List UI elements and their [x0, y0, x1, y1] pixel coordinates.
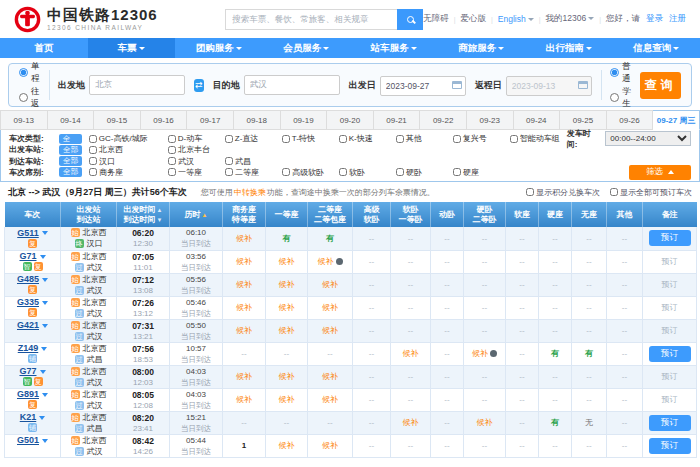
- col-header-15[interactable]: 其他: [607, 202, 643, 227]
- expand-train-icon[interactable]: [42, 324, 48, 328]
- student-passenger-radio[interactable]: [610, 93, 619, 102]
- date-tab-4[interactable]: 09-16: [141, 110, 188, 130]
- filter-option[interactable]: 北京丰台: [168, 144, 223, 155]
- nav-item-1[interactable]: 首页: [0, 38, 88, 58]
- filter-option[interactable]: 二等座: [225, 167, 280, 178]
- filter-option[interactable]: 智能动车组: [510, 133, 565, 144]
- col-header-4[interactable]: 历时▲: [170, 202, 223, 227]
- search-input[interactable]: [225, 9, 397, 30]
- filter-checkbox[interactable]: [225, 135, 233, 143]
- filter-option[interactable]: 高级软卧: [282, 167, 337, 178]
- filter-option[interactable]: K-快速: [339, 133, 394, 144]
- filter-checkbox[interactable]: [168, 135, 176, 143]
- train-number-link[interactable]: G511: [17, 228, 39, 239]
- date-tab-11[interactable]: 09-23: [467, 110, 514, 130]
- filter-option[interactable]: 其他: [396, 133, 451, 144]
- col-header-16[interactable]: 备注: [643, 202, 697, 227]
- col-header-3[interactable]: 出发时间▲到达时间▼: [117, 202, 170, 227]
- filter-checkbox[interactable]: [89, 157, 97, 165]
- expand-train-icon[interactable]: [42, 231, 48, 235]
- topbar-link-4[interactable]: 我的12306: [546, 13, 595, 25]
- filter-checkbox[interactable]: [89, 135, 97, 143]
- normal-passenger-radio[interactable]: [610, 68, 619, 77]
- register-link[interactable]: 注册: [669, 13, 686, 25]
- nav-item-4[interactable]: 会员服务: [263, 38, 351, 58]
- student-radio-option[interactable]: 学生: [610, 86, 631, 110]
- display-option-checkbox[interactable]: [526, 188, 534, 196]
- filter-option[interactable]: 武汉: [168, 156, 223, 167]
- filter-checkbox[interactable]: [396, 135, 404, 143]
- train-number-link[interactable]: G891: [17, 389, 39, 400]
- col-header-8[interactable]: 高级软卧: [353, 202, 391, 227]
- date-tab-3[interactable]: 09-15: [94, 110, 141, 130]
- book-button[interactable]: 预订: [649, 438, 691, 454]
- book-button[interactable]: 预订: [649, 230, 691, 246]
- date-tab-6[interactable]: 09-18: [234, 110, 281, 130]
- filter-option[interactable]: 汉口: [89, 156, 166, 167]
- filter-checkbox[interactable]: [339, 135, 347, 143]
- train-number-link[interactable]: G335: [17, 297, 39, 308]
- round-trip-radio[interactable]: [19, 93, 28, 102]
- train-number-link[interactable]: K21: [20, 412, 37, 423]
- expand-train-icon[interactable]: [40, 255, 46, 259]
- filter-all-button[interactable]: 全部: [59, 134, 82, 144]
- nav-item-2[interactable]: 车票: [88, 38, 176, 58]
- swap-stations-icon[interactable]: ⇄: [194, 79, 204, 92]
- book-button[interactable]: 预订: [649, 346, 691, 362]
- train-number-link[interactable]: G71: [19, 251, 36, 262]
- expand-train-icon[interactable]: [39, 416, 45, 420]
- date-tab-9[interactable]: 09-21: [374, 110, 421, 130]
- filter-checkbox[interactable]: [282, 168, 290, 176]
- topbar-link-3[interactable]: English: [498, 14, 534, 24]
- book-button[interactable]: 预订: [649, 415, 691, 431]
- filter-checkbox[interactable]: [168, 157, 176, 165]
- nav-item-8[interactable]: 信息查询: [613, 38, 700, 58]
- date-tab-1[interactable]: 09-13: [0, 110, 48, 130]
- filter-option[interactable]: 武昌: [225, 156, 280, 167]
- filter-checkbox[interactable]: [453, 135, 461, 143]
- filter-option[interactable]: 硬座: [453, 167, 508, 178]
- topbar-link-1[interactable]: 无障碍: [423, 13, 449, 25]
- filter-option[interactable]: 一等座: [168, 167, 223, 178]
- filter-checkbox[interactable]: [168, 168, 176, 176]
- filter-checkbox[interactable]: [282, 135, 290, 143]
- filter-option[interactable]: T-特快: [282, 133, 337, 144]
- normal-radio-option[interactable]: 普通: [610, 61, 631, 85]
- login-link[interactable]: 登录: [646, 13, 663, 25]
- filter-option[interactable]: 北京西: [89, 144, 166, 155]
- one-way-radio-option[interactable]: 单程: [19, 61, 40, 85]
- train-number-link[interactable]: Z149: [18, 343, 39, 354]
- round-trip-radio-option[interactable]: 往返: [19, 86, 40, 110]
- col-header-10[interactable]: 动卧: [431, 202, 464, 227]
- nav-item-3[interactable]: 团购服务: [175, 38, 263, 58]
- train-number-link[interactable]: G77: [19, 366, 36, 377]
- date-tab-5[interactable]: 09-17: [187, 110, 234, 130]
- expand-train-icon[interactable]: [40, 370, 46, 374]
- expand-train-icon[interactable]: [41, 347, 47, 351]
- date-tab-7[interactable]: 09-19: [281, 110, 328, 130]
- col-header-5[interactable]: 商务座特等座: [223, 202, 266, 227]
- filter-checkbox[interactable]: [453, 168, 461, 176]
- filter-checkbox[interactable]: [339, 168, 347, 176]
- summary-checkbox-1[interactable]: 显示积分兑换车次: [526, 187, 600, 198]
- col-header-14[interactable]: 无座: [572, 202, 607, 227]
- nav-item-5[interactable]: 站车服务: [350, 38, 438, 58]
- date-tab-2[interactable]: 09-14: [48, 110, 95, 130]
- col-header-11[interactable]: 硬卧二等卧: [464, 202, 506, 227]
- filter-checkbox[interactable]: [396, 168, 404, 176]
- filter-all-button[interactable]: 全部: [59, 156, 82, 166]
- filter-checkbox[interactable]: [225, 168, 233, 176]
- filter-option[interactable]: 商务座: [89, 167, 166, 178]
- filter-option[interactable]: 硬卧: [396, 167, 451, 178]
- expand-train-icon[interactable]: [42, 301, 48, 305]
- filter-option[interactable]: D-动车: [168, 133, 223, 144]
- col-header-7[interactable]: 二等座二等包座: [308, 202, 353, 227]
- col-header-1[interactable]: 车次: [5, 202, 61, 227]
- nav-item-7[interactable]: 出行指南: [525, 38, 613, 58]
- transfer-link[interactable]: 中转换乘: [234, 188, 266, 197]
- summary-checkbox-2[interactable]: 显示全部可预订车次: [610, 187, 692, 198]
- nav-item-6[interactable]: 商旅服务: [438, 38, 526, 58]
- col-header-12[interactable]: 软座: [506, 202, 539, 227]
- col-header-6[interactable]: 一等座: [266, 202, 308, 227]
- filter-checkbox[interactable]: [510, 135, 518, 143]
